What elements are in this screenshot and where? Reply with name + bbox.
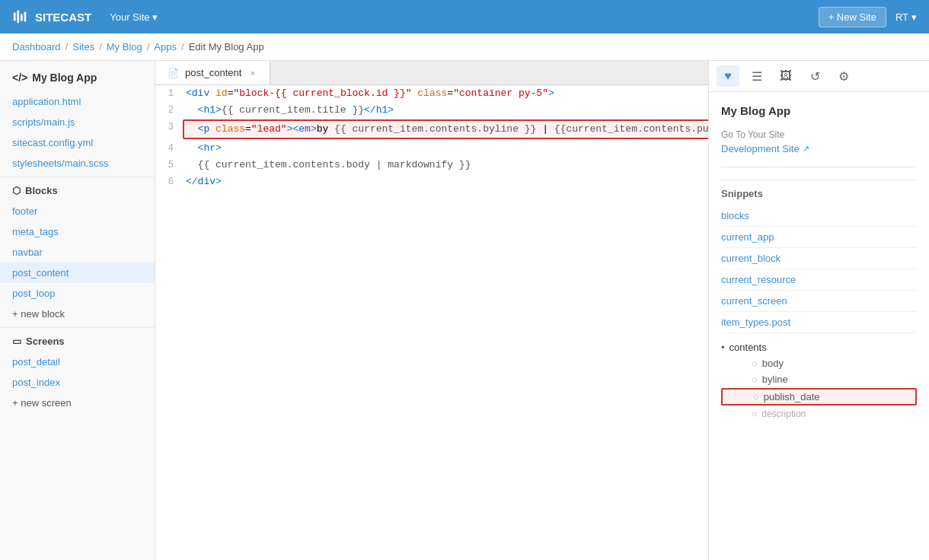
- sidebar-blocks-section: ⬡ Blocks: [0, 177, 155, 201]
- refresh-icon-button[interactable]: ↺: [803, 65, 826, 87]
- screen-icon: ▭: [12, 336, 21, 347]
- sidebar-item-stylesheets-main-scss[interactable]: stylesheets/main.scss: [0, 153, 155, 173]
- line-number-6: 6: [155, 173, 183, 190]
- sidebar-item-post-detail[interactable]: post_detail: [0, 352, 155, 372]
- snippets-section: Snippets blocks current_app current_bloc…: [721, 180, 917, 333]
- list-icon-button[interactable]: ☰: [745, 65, 768, 87]
- tree-grandchild-bullet-body: ○: [752, 358, 758, 369]
- heart-icon-button[interactable]: ♥: [717, 65, 739, 87]
- code-icon: </>: [12, 72, 27, 84]
- sidebar-new-block[interactable]: + new block: [0, 304, 155, 324]
- line-content-1: <div id="block-{{ current_block.id }}" c…: [183, 85, 708, 102]
- user-initials: RT: [895, 11, 908, 23]
- tree-description-label: description: [761, 409, 806, 419]
- site-selector-label: Your Site: [110, 11, 149, 23]
- rp-go-to-site-label: Go To Your Site: [721, 129, 917, 140]
- breadcrumb-sep-4: /: [181, 41, 184, 52]
- tree-grandchild-bullet-byline: ○: [752, 374, 758, 385]
- right-panel-content: My Blog App Go To Your Site Development …: [709, 92, 929, 560]
- tree-contents: • contents: [721, 339, 917, 355]
- tree-publish-date[interactable]: ○ publish_date: [721, 388, 917, 406]
- line-number-5: 5: [155, 157, 183, 173]
- new-site-button[interactable]: + New Site: [819, 7, 886, 27]
- snippet-current-resource[interactable]: current_resource: [721, 269, 917, 291]
- logo-text: SITECAST: [35, 11, 91, 24]
- logo-icon: [12, 8, 29, 25]
- line-content-6: </div>: [183, 173, 708, 190]
- rp-app-title: My Blog App: [721, 104, 917, 117]
- sidebar-item-scripts-main-js[interactable]: scripts/main.js: [0, 112, 155, 132]
- tree-body-label: body: [762, 358, 784, 369]
- rp-divider: [721, 167, 917, 167]
- code-editor[interactable]: 1 <div id="block-{{ current_block.id }}"…: [155, 85, 708, 560]
- chevron-down-icon: ▾: [911, 11, 917, 23]
- code-line-4: 4 <hr>: [155, 140, 708, 157]
- main-layout: </> My Blog App application.html scripts…: [0, 61, 929, 560]
- tree-bullet: •: [721, 342, 725, 353]
- line-number-4: 4: [155, 140, 183, 157]
- sidebar-item-post-content[interactable]: post_content: [0, 262, 155, 283]
- snippet-tree: • contents ○ body ○ byline ○ publish_dat…: [721, 333, 917, 428]
- editor-tab-post-content[interactable]: 📄 post_content ×: [155, 61, 270, 84]
- sidebar-item-footer[interactable]: footer: [0, 201, 155, 221]
- site-selector[interactable]: Your Site ▾: [104, 8, 164, 26]
- breadcrumb-sep-1: /: [65, 41, 69, 52]
- tree-description[interactable]: ○ description: [721, 406, 917, 422]
- breadcrumb-my-blog[interactable]: My Blog: [107, 41, 142, 52]
- sidebar-app-title: </> My Blog App: [0, 61, 155, 91]
- external-link-icon: ↗: [803, 144, 809, 154]
- tab-close-button[interactable]: ×: [247, 68, 257, 78]
- tree-body[interactable]: ○ body: [721, 355, 917, 371]
- breadcrumb-sites[interactable]: Sites: [72, 41, 94, 52]
- file-icon: 📄: [168, 68, 179, 78]
- snippet-blocks[interactable]: blocks: [721, 205, 917, 227]
- line-number-1: 1: [155, 85, 183, 102]
- top-nav-right: + New Site RT ▾: [819, 7, 917, 27]
- snippet-current-app[interactable]: current_app: [721, 227, 917, 248]
- code-line-5: 5 {{ current_item.contents.body | markdo…: [155, 157, 708, 173]
- line-content-3: <p class="lead"><em>by {{ current_item.c…: [183, 119, 708, 139]
- breadcrumb-apps[interactable]: Apps: [154, 41, 177, 52]
- sidebar-item-post-index[interactable]: post_index: [0, 372, 155, 393]
- right-panel-toolbar: ♥ ☰ 🖼 ↺ ⚙: [709, 61, 929, 92]
- sidebar-screens-section: ▭ Screens: [0, 327, 155, 352]
- sidebar: </> My Blog App application.html scripts…: [0, 61, 155, 560]
- line-content-5: {{ current_item.contents.body | markdown…: [183, 157, 708, 173]
- line-content-4: <hr>: [183, 140, 708, 157]
- user-menu[interactable]: RT ▾: [895, 11, 917, 23]
- editor-tabs: 📄 post_content ×: [155, 61, 708, 85]
- line-number-3: 3: [155, 119, 183, 140]
- sidebar-item-navbar[interactable]: navbar: [0, 242, 155, 262]
- tree-grandchild-bullet-publish-date: ○: [753, 391, 759, 402]
- snippet-item-types-post[interactable]: item_types.post: [721, 312, 917, 333]
- chevron-down-icon: ▾: [152, 11, 158, 23]
- sidebar-item-meta-tags[interactable]: meta_tags: [0, 221, 155, 242]
- rp-dev-site-link[interactable]: Development Site ↗: [721, 143, 917, 154]
- snippet-current-screen[interactable]: current_screen: [721, 291, 917, 312]
- breadcrumb-dashboard[interactable]: Dashboard: [12, 41, 61, 52]
- breadcrumb-sep-3: /: [147, 41, 150, 52]
- tree-contents-label: contents: [729, 342, 767, 353]
- line-number-2: 2: [155, 102, 183, 119]
- tree-byline-label: byline: [762, 374, 788, 385]
- svg-rect-3: [24, 12, 27, 22]
- sidebar-new-screen[interactable]: + new screen: [0, 393, 155, 413]
- tree-byline[interactable]: ○ byline: [721, 371, 917, 387]
- code-line-1: 1 <div id="block-{{ current_block.id }}"…: [155, 85, 708, 102]
- sidebar-item-sitecast-config-yml[interactable]: sitecast.config.yml: [0, 132, 155, 153]
- snippets-title: Snippets: [721, 188, 917, 199]
- code-line-2: 2 <h1>{{ current_item.title }}</h1>: [155, 102, 708, 119]
- snippet-current-block[interactable]: current_block: [721, 248, 917, 269]
- top-nav: SITECAST Your Site ▾ + New Site RT ▾: [0, 0, 929, 33]
- sidebar-item-application-html[interactable]: application.html: [0, 91, 155, 112]
- sidebar-item-post-loop[interactable]: post_loop: [0, 283, 155, 304]
- svg-rect-1: [17, 11, 19, 24]
- settings-icon-button[interactable]: ⚙: [832, 65, 855, 87]
- svg-rect-2: [21, 14, 23, 21]
- line-content-2: <h1>{{ current_item.title }}</h1>: [183, 102, 708, 119]
- editor-area: 📄 post_content × 1 <div id="block-{{ cur…: [155, 61, 708, 560]
- new-site-label: + New Site: [828, 11, 876, 23]
- logo: SITECAST: [12, 8, 91, 25]
- image-icon-button[interactable]: 🖼: [774, 65, 797, 87]
- right-panel: ♥ ☰ 🖼 ↺ ⚙ My Blog App Go To Your Site De…: [708, 61, 929, 560]
